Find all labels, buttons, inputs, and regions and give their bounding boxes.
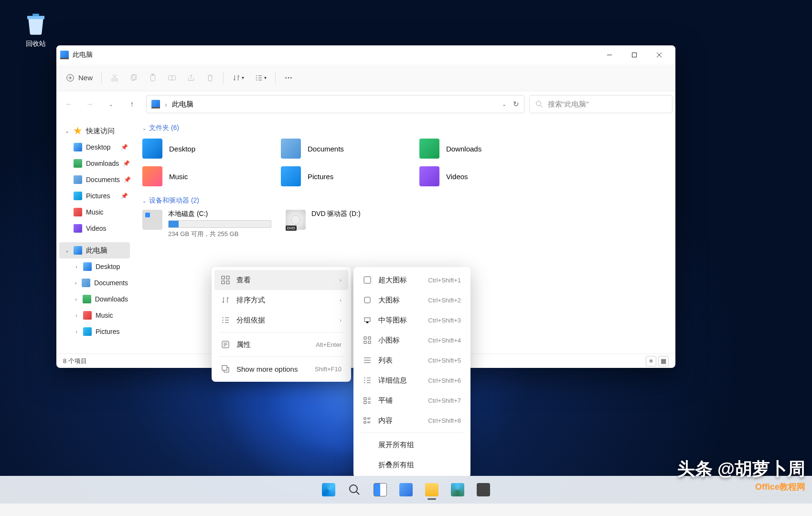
menu-view[interactable]: 查看› bbox=[214, 270, 348, 290]
view-button[interactable]: ▾ bbox=[250, 68, 271, 87]
maximize-button[interactable] bbox=[622, 45, 647, 64]
svg-rect-16 bbox=[226, 281, 229, 284]
sidebar-pc-downloads[interactable]: ›Downloads bbox=[56, 291, 133, 307]
titlebar[interactable]: 此电脑 bbox=[56, 45, 675, 64]
submenu-medium[interactable]: 中等图标Ctrl+Shift+3 bbox=[356, 310, 468, 330]
cut-button[interactable] bbox=[106, 68, 124, 87]
submenu-content[interactable]: 内容Ctrl+Shift+8 bbox=[356, 410, 468, 430]
minimize-button[interactable] bbox=[597, 45, 622, 64]
folder-desktop[interactable]: Desktop bbox=[142, 137, 271, 160]
navbar: ← → ⌄ ↑ › 此电脑 ⌄ ↻ 搜索"此电脑" bbox=[56, 91, 675, 117]
svg-point-12 bbox=[536, 101, 541, 106]
view-submenu: 超大图标Ctrl+Shift+1 大图标Ctrl+Shift+2 中等图标Ctr… bbox=[353, 267, 470, 478]
widgets-button[interactable] bbox=[395, 479, 417, 501]
new-button[interactable]: New bbox=[61, 68, 97, 87]
sidebar-pc-music[interactable]: ›Music bbox=[56, 307, 133, 323]
submenu-large[interactable]: 大图标Ctrl+Shift+2 bbox=[356, 290, 468, 310]
search-box[interactable]: 搜索"此电脑" bbox=[529, 95, 673, 113]
rename-button[interactable] bbox=[163, 68, 181, 87]
more-button[interactable] bbox=[279, 68, 298, 87]
task-view-button[interactable] bbox=[369, 479, 391, 501]
details-icon bbox=[363, 376, 372, 385]
sidebar-item-videos[interactable]: Videos bbox=[56, 220, 133, 236]
menu-group[interactable]: 分组依据› bbox=[214, 310, 348, 330]
sort-button[interactable]: ▾ bbox=[227, 68, 249, 87]
explorer-taskbar-button[interactable] bbox=[421, 479, 443, 501]
delete-button[interactable] bbox=[201, 68, 219, 87]
folder-videos[interactable]: Videos bbox=[419, 165, 548, 188]
submenu-collapse-all[interactable]: 折叠所有组 bbox=[356, 455, 468, 475]
sidebar-item-desktop[interactable]: Desktop📌 bbox=[56, 139, 133, 155]
chevron-down-icon[interactable]: ⌄ bbox=[502, 101, 506, 108]
svg-rect-20 bbox=[364, 297, 370, 303]
start-button[interactable] bbox=[318, 479, 340, 501]
submenu-small[interactable]: 小图标Ctrl+Shift+4 bbox=[356, 330, 468, 350]
sidebar-pc-desktop[interactable]: ›Desktop bbox=[56, 258, 133, 275]
close-button[interactable] bbox=[647, 45, 672, 64]
svg-rect-21 bbox=[364, 318, 370, 322]
downloads-icon bbox=[419, 139, 439, 159]
svg-rect-29 bbox=[364, 421, 366, 423]
submenu-details[interactable]: 详细信息Ctrl+Shift+6 bbox=[356, 370, 468, 390]
group-icon bbox=[221, 316, 230, 324]
bottom-strip bbox=[0, 504, 812, 516]
svg-rect-22 bbox=[364, 337, 366, 339]
submenu-expand-all[interactable]: 展开所有组 bbox=[356, 435, 468, 455]
content-icon bbox=[363, 416, 372, 425]
windows-icon bbox=[322, 483, 335, 496]
share-button[interactable] bbox=[182, 68, 200, 87]
folder-downloads[interactable]: Downloads bbox=[419, 137, 548, 160]
copy-icon bbox=[129, 74, 138, 82]
svg-point-11 bbox=[290, 77, 292, 78]
tiles-view-toggle[interactable]: ▦ bbox=[658, 356, 669, 366]
drive-c-name: 本地磁盘 (C:) bbox=[168, 210, 271, 218]
paste-button[interactable] bbox=[144, 68, 162, 87]
recycle-bin[interactable]: 回收站 bbox=[14, 11, 57, 48]
more-options-icon bbox=[221, 365, 230, 373]
chevron-right-icon: › bbox=[165, 100, 167, 108]
submenu-extra-large[interactable]: 超大图标Ctrl+Shift+1 bbox=[356, 270, 468, 290]
details-view-toggle[interactable]: ≡ bbox=[646, 356, 656, 366]
submenu-tiles[interactable]: 平铺Ctrl+Shift+7 bbox=[356, 390, 468, 410]
drive-c[interactable]: 本地磁盘 (C:) 234 GB 可用，共 255 GB bbox=[142, 210, 271, 238]
star-icon bbox=[74, 127, 82, 135]
folder-documents[interactable]: Documents bbox=[281, 137, 410, 160]
folder-music[interactable]: Music bbox=[142, 165, 271, 188]
toolbar: New ▾ ▾ bbox=[56, 64, 675, 91]
this-pc-header[interactable]: ⌄此电脑 bbox=[59, 242, 130, 258]
sidebar-pc-documents[interactable]: ›Documents bbox=[56, 275, 133, 291]
sidebar-pc-pictures[interactable]: ›Pictures bbox=[56, 323, 133, 340]
back-button[interactable]: ← bbox=[59, 95, 78, 114]
sidebar-item-documents[interactable]: Documents📌 bbox=[56, 172, 133, 188]
submenu-list[interactable]: 列表Ctrl+Shift+5 bbox=[356, 350, 468, 370]
edge-button[interactable] bbox=[447, 479, 469, 501]
drive-d[interactable]: DVD 驱动器 (D:) bbox=[286, 210, 415, 238]
watermark: 头条 @胡萝卜周 Office教程网 www.office26.com bbox=[677, 457, 805, 500]
copy-button[interactable] bbox=[125, 68, 143, 87]
chevron-right-icon: › bbox=[340, 277, 342, 283]
recent-button[interactable]: ⌄ bbox=[101, 95, 120, 114]
sidebar-item-pictures[interactable]: Pictures📌 bbox=[56, 188, 133, 204]
search-icon bbox=[535, 100, 543, 108]
list-icon bbox=[363, 356, 372, 365]
address-segment[interactable]: 此电脑 bbox=[172, 100, 193, 109]
quick-access-header[interactable]: ⌄快速访问 bbox=[56, 123, 133, 139]
address-bar[interactable]: › 此电脑 ⌄ ↻ bbox=[146, 95, 524, 113]
downloads-icon bbox=[83, 295, 91, 303]
plus-circle-icon bbox=[66, 74, 75, 82]
store-button[interactable] bbox=[472, 479, 494, 501]
search-button[interactable] bbox=[343, 479, 365, 501]
sidebar-item-downloads[interactable]: Downloads📌 bbox=[56, 155, 133, 172]
recycle-bin-label: 回收站 bbox=[14, 40, 57, 48]
menu-more-options[interactable]: Show more optionsShift+F10 bbox=[214, 359, 348, 379]
sidebar-item-music[interactable]: Music bbox=[56, 204, 133, 220]
folder-pictures[interactable]: Pictures bbox=[281, 165, 410, 188]
refresh-button[interactable]: ↻ bbox=[513, 100, 519, 108]
folders-group-header[interactable]: ⌄文件夹 (6) bbox=[142, 124, 666, 132]
drives-group-header[interactable]: ⌄设备和驱动器 (2) bbox=[142, 196, 666, 205]
forward-button[interactable]: → bbox=[80, 95, 99, 114]
up-button[interactable]: ↑ bbox=[122, 95, 141, 114]
store-icon bbox=[477, 483, 490, 496]
menu-sort[interactable]: 排序方式› bbox=[214, 290, 348, 310]
menu-properties[interactable]: 属性Alt+Enter bbox=[214, 334, 348, 355]
